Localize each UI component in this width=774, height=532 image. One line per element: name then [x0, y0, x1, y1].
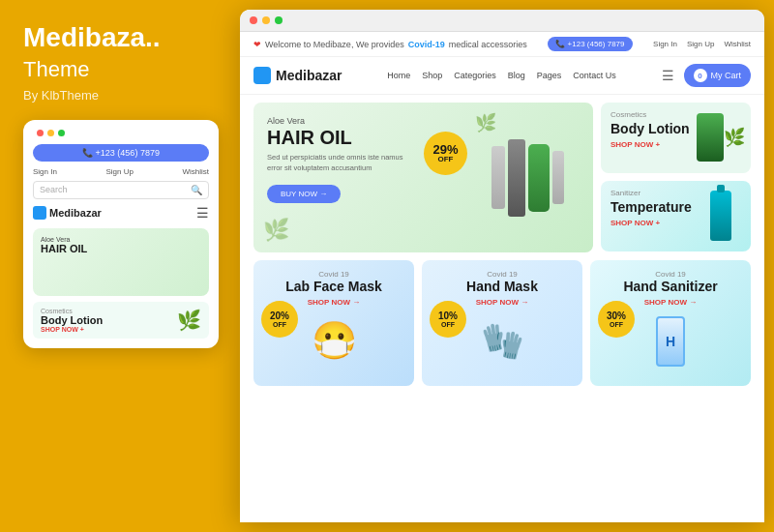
- hero-banner: Aloe Vera HAIR OIL Sed ut perspiciatis u…: [253, 103, 593, 252]
- mobile-hero-title: HAIR OIL: [41, 243, 201, 254]
- nav-right: ☰ 0 My Cart: [662, 64, 752, 87]
- face-mask-category: Covid 19: [263, 270, 404, 279]
- browser-dot-green: [275, 16, 283, 24]
- mobile-brand: Medibazar: [33, 206, 102, 220]
- topbar-signin[interactable]: Sign In: [653, 40, 677, 48]
- face-mask-off: OFF: [273, 321, 286, 328]
- site-top-bar: ❤ Welcome to Medibaze, We provides Covid…: [240, 32, 764, 57]
- nav-brand-icon: [253, 67, 271, 84]
- face-mask-discount: 20%: [270, 311, 289, 321]
- hero-discount-badge: 29% OFF: [424, 132, 467, 175]
- mobile-search-input: Search: [40, 185, 191, 194]
- mobile-brand-name: Medibazar: [49, 207, 102, 219]
- mobile-header-row: Sign In Sign Up Wishlist: [33, 167, 209, 176]
- sanitizer-image: [694, 189, 747, 242]
- nav-link-blog[interactable]: Blog: [508, 71, 525, 80]
- sanitizer-card-category: Covid 19: [600, 270, 741, 279]
- leaf-icon-left: 🌿: [263, 218, 289, 243]
- browser-dot-yellow: [262, 16, 270, 24]
- app-subtitle: Theme: [23, 57, 217, 82]
- medical-text: medical accessories: [449, 40, 527, 49]
- nav-brand-name: Medibazar: [276, 68, 342, 83]
- mobile-sign-in[interactable]: Sign In: [33, 167, 57, 176]
- nav-hamburger-icon[interactable]: ☰: [662, 68, 674, 83]
- mobile-card-shop[interactable]: SHOP NOW +: [41, 326, 103, 333]
- mobile-mockup: 📞 +123 (456) 7879 Sign In Sign Up Wishli…: [23, 120, 219, 348]
- bottle-tall: [508, 139, 525, 217]
- mobile-sign-up[interactable]: Sign Up: [105, 167, 133, 176]
- side-banner-lotion: Cosmetics Body Lotion SHOP NOW + 🌿: [601, 103, 751, 173]
- hero-description: Sed ut perspiciatis unde omnis iste namu…: [267, 153, 412, 173]
- cart-button[interactable]: 0 My Cart: [684, 64, 752, 87]
- mobile-brand-row: Medibazar ☰: [33, 205, 209, 221]
- hand-mask-discount: 10%: [438, 311, 458, 321]
- sanitizer-discount: 30%: [607, 311, 626, 321]
- hero-buy-button[interactable]: BUY NOW →: [267, 185, 341, 203]
- hand-mask-badge: 10% OFF: [430, 301, 466, 338]
- right-banners: Cosmetics Body Lotion SHOP NOW + 🌿 Sanit…: [601, 103, 751, 252]
- hero-bottles: [469, 110, 585, 245]
- mobile-hero: Aloe Vera HAIR OIL: [33, 228, 209, 296]
- nav-brand: Medibazar: [253, 67, 342, 84]
- cart-label: My Cart: [711, 71, 742, 80]
- mobile-card-category: Cosmetics: [41, 308, 103, 314]
- cart-count: 0: [694, 69, 707, 82]
- sanitizer-off: OFF: [610, 321, 623, 328]
- main-nav: Medibazar Home Shop Categories Blog Page…: [240, 57, 764, 95]
- app-author: By KlbTheme: [23, 88, 217, 103]
- mobile-search-bar[interactable]: Search 🔍: [33, 181, 209, 199]
- sanitizer-badge: 30% OFF: [598, 301, 635, 338]
- product-card-sanitizer: Covid 19 Hand Sanitizer SHOP NOW → 30% O…: [590, 260, 751, 386]
- face-mask-badge: 20% OFF: [261, 301, 298, 338]
- mobile-wishlist[interactable]: Wishlist: [182, 167, 209, 176]
- mobile-dots: [33, 130, 209, 136]
- sanitizer-bottle-icon: [710, 191, 731, 241]
- hand-mask-title: Hand Mask: [432, 279, 573, 294]
- nav-links: Home Shop Categories Blog Pages Contact …: [387, 71, 616, 80]
- hand-mask-category: Covid 19: [432, 270, 573, 279]
- mask-emoji: 😷: [312, 319, 357, 362]
- lotion-tube-icon: [697, 113, 724, 162]
- browser-chrome: [240, 10, 764, 32]
- topbar-signup[interactable]: Sign Up: [687, 40, 714, 48]
- app-title: Medibaza..: [23, 23, 217, 53]
- dot-yellow: [47, 130, 54, 136]
- heart-icon: ❤: [253, 40, 261, 49]
- sanitizer-card-title: Hand Sanitizer: [600, 279, 741, 294]
- leaf-icon: 🌿: [724, 127, 745, 148]
- side-banner-sanitizer: Sanitizer Temperature SHOP NOW +: [601, 181, 751, 251]
- dot-red: [37, 130, 44, 136]
- dot-green: [58, 130, 65, 136]
- top-bar-right: Sign In Sign Up Wishlist: [653, 40, 751, 48]
- glove-icon: 🧤: [481, 321, 524, 362]
- bottle-wide: [528, 144, 550, 212]
- browser-mockup: ❤ Welcome to Medibaze, We provides Covid…: [240, 10, 764, 522]
- left-panel: Medibaza.. Theme By KlbTheme 📞 +123 (456…: [0, 0, 240, 532]
- top-bar-left: ❤ Welcome to Medibaze, We provides Covid…: [253, 40, 527, 49]
- search-icon: 🔍: [191, 185, 202, 195]
- mobile-card-image: 🌿: [177, 309, 201, 332]
- mobile-card-title: Body Lotion: [41, 314, 103, 326]
- product-card-face-mask: Covid 19 Lab Face Mask SHOP NOW → 20% OF…: [253, 260, 414, 386]
- mobile-card-info: Cosmetics Body Lotion SHOP NOW +: [41, 308, 103, 333]
- nav-link-categories[interactable]: Categories: [454, 71, 496, 80]
- hamburger-icon[interactable]: ☰: [196, 205, 209, 221]
- mobile-product-card: Cosmetics Body Lotion SHOP NOW + 🌿: [33, 302, 209, 339]
- nav-link-home[interactable]: Home: [387, 71, 410, 80]
- nav-link-contact[interactable]: Contact Us: [573, 71, 616, 80]
- lotion-image: 🌿: [694, 110, 747, 163]
- sanitizer-bottle-card: [656, 316, 685, 367]
- browser-dot-red: [250, 16, 257, 24]
- top-bar-phone: 📞 +123 (456) 7879: [548, 37, 632, 51]
- covid-link[interactable]: Covid-19: [408, 40, 445, 49]
- nav-link-shop[interactable]: Shop: [422, 71, 442, 80]
- main-content: Aloe Vera HAIR OIL Sed ut perspiciatis u…: [240, 95, 764, 260]
- brand-icon: [33, 206, 46, 220]
- product-grid: Covid 19 Lab Face Mask SHOP NOW → 20% OF…: [240, 260, 764, 394]
- topbar-wishlist[interactable]: Wishlist: [724, 40, 751, 48]
- product-card-hand-mask: Covid 19 Hand Mask SHOP NOW → 10% OFF 🧤: [422, 260, 582, 386]
- mobile-phone-bar: 📞 +123 (456) 7879: [33, 144, 209, 162]
- face-mask-title: Lab Face Mask: [263, 279, 404, 294]
- mobile-hero-small: Aloe Vera: [41, 236, 201, 243]
- nav-link-pages[interactable]: Pages: [537, 71, 562, 80]
